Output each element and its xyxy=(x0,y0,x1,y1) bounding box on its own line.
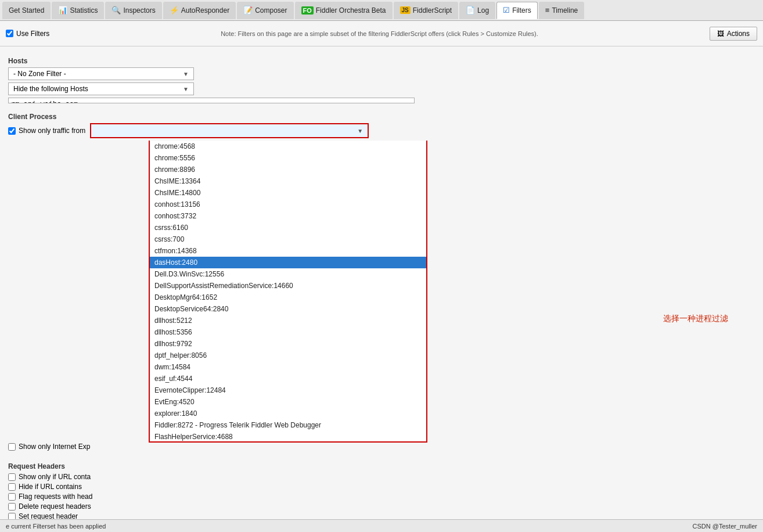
delete-headers-row: Delete request headers xyxy=(8,502,755,511)
actions-button[interactable]: 🖼 Actions xyxy=(710,27,757,41)
list-item[interactable]: EvernoteClipper:12484 xyxy=(150,384,426,396)
tab-filters[interactable]: ☑ Filters xyxy=(496,2,538,19)
client-process-section: Client Process Show only traffic from ▼ … xyxy=(8,108,755,455)
tab-autoresponder[interactable]: ⚡ AutoResponder xyxy=(163,2,236,19)
hosts-section-label: Hosts xyxy=(8,57,755,65)
list-item[interactable]: DesktopMgr64:1652 xyxy=(150,292,426,303)
toolbar: Use Filters Note: Filters on this page a… xyxy=(0,21,763,46)
ie-row: Show only Internet Exp xyxy=(8,443,755,451)
process-arrow-icon: ▼ xyxy=(357,128,363,134)
zone-filter-dropdown[interactable]: - No Zone Filter - ▼ xyxy=(8,67,194,80)
use-filters-text: Use Filters xyxy=(16,30,49,38)
list-item[interactable]: csrss:700 xyxy=(150,233,426,245)
url-contains-label: Show only if URL conta xyxy=(19,473,91,481)
tab-log[interactable]: 📄 Log xyxy=(459,2,495,19)
list-item[interactable]: dllhost:5356 xyxy=(150,326,426,338)
list-item[interactable]: chrome:8896 xyxy=(150,164,426,175)
flag-requests-checkbox[interactable] xyxy=(8,493,16,501)
tab-timeline[interactable]: ≡ Timeline xyxy=(539,2,585,19)
list-item[interactable]: ctfmon:14368 xyxy=(150,245,426,257)
list-item[interactable]: dwm:14584 xyxy=(150,361,426,373)
statistics-label: Statistics xyxy=(70,6,98,15)
list-item[interactable]: chrome:5556 xyxy=(150,152,426,164)
timeline-icon: ≡ xyxy=(545,6,550,15)
list-item[interactable]: EvtEng:4520 xyxy=(150,396,426,408)
statistics-icon: 📊 xyxy=(58,6,67,15)
actions-icon: 🖼 xyxy=(717,30,724,38)
hide-hosts-row: Hide the following Hosts ▼ xyxy=(8,82,755,95)
fiddler-orchestra-label: Fiddler Orchestra Beta xyxy=(316,6,386,15)
hosts-textarea[interactable]: rm.api.weibo.com xyxy=(8,98,415,103)
use-filters-label[interactable]: Use Filters xyxy=(6,30,49,38)
timeline-label: Timeline xyxy=(552,6,578,15)
list-item[interactable]: ChsIME:13364 xyxy=(150,175,426,187)
list-item[interactable]: conhost:13156 xyxy=(150,199,426,210)
log-icon: 📄 xyxy=(466,6,475,15)
process-dropdown[interactable]: ▼ xyxy=(90,123,369,138)
composer-label: Composer xyxy=(255,6,287,15)
url-contains-checkbox[interactable] xyxy=(8,473,16,481)
list-item[interactable]: Fiddler:8272 - Progress Telerik Fiddler … xyxy=(150,419,426,431)
list-item[interactable]: DesktopService64:2840 xyxy=(150,303,426,315)
delete-headers-label: Delete request headers xyxy=(19,502,91,511)
list-item[interactable]: dptf_helper:8056 xyxy=(150,350,426,361)
hide-hosts-arrow-icon: ▼ xyxy=(183,86,189,92)
filters-label: Filters xyxy=(512,6,531,15)
list-item[interactable]: ChsIME:14800 xyxy=(150,187,426,199)
show-traffic-label[interactable]: Show only traffic from xyxy=(8,127,85,135)
tab-fiddler-orchestra[interactable]: FO Fiddler Orchestra Beta xyxy=(295,2,393,19)
hide-url-row: Hide if URL contains xyxy=(8,483,755,491)
filters-check-icon: ☑ xyxy=(503,6,510,15)
list-item[interactable]: explorer:1840 xyxy=(150,408,426,419)
autoresponder-label: AutoResponder xyxy=(181,6,229,15)
hide-hosts-label: Hide the following Hosts xyxy=(13,85,88,93)
delete-headers-checkbox[interactable] xyxy=(8,503,16,511)
list-item[interactable]: conhost:3732 xyxy=(150,210,426,222)
js-icon: JS xyxy=(400,6,411,14)
process-dropdown-list[interactable]: chrome:4568chrome:5556chrome:8896ChsIME:… xyxy=(149,141,427,443)
callout-annotation: 选择一种进程过滤 xyxy=(663,314,728,324)
list-item[interactable]: esif_uf:4544 xyxy=(150,373,426,384)
zone-filter-arrow-icon: ▼ xyxy=(183,71,189,77)
request-headers-label: Request Headers xyxy=(8,462,755,470)
status-left: e current Filterset has been applied xyxy=(6,523,106,530)
list-item[interactable]: dllhost:5212 xyxy=(150,315,426,326)
hide-hosts-dropdown[interactable]: Hide the following Hosts ▼ xyxy=(8,82,194,95)
autoresponder-icon: ⚡ xyxy=(170,6,179,15)
show-traffic-text: Show only traffic from xyxy=(19,127,85,135)
tab-fiddlerscript[interactable]: JS FiddlerScript xyxy=(394,2,459,19)
inspectors-label: Inspectors xyxy=(123,6,155,15)
flag-requests-label: Flag requests with head xyxy=(19,493,92,501)
flag-requests-row: Flag requests with head xyxy=(8,493,755,501)
list-item[interactable]: chrome:4568 xyxy=(150,141,426,152)
toolbar-note: Note: Filters on this page are a simple … xyxy=(56,30,702,37)
composer-icon: 📝 xyxy=(243,6,253,15)
main-content: Hosts - No Zone Filter - ▼ Hide the foll… xyxy=(0,46,763,532)
list-item[interactable]: FlashHelperService:4688 xyxy=(150,431,426,443)
hide-url-label: Hide if URL contains xyxy=(19,483,82,491)
status-bar: e current Filterset has been applied CSD… xyxy=(0,519,763,532)
request-headers-section: Request Headers Show only if URL conta H… xyxy=(8,458,755,522)
ie-checkbox[interactable] xyxy=(8,443,16,451)
log-label: Log xyxy=(477,6,489,15)
list-item[interactable]: dasHost:2480 xyxy=(150,257,426,268)
zone-filter-label: - No Zone Filter - xyxy=(13,70,66,78)
tab-statistics[interactable]: 📊 Statistics xyxy=(52,2,104,19)
list-item[interactable]: dllhost:9792 xyxy=(150,338,426,350)
client-process-row: Show only traffic from ▼ xyxy=(8,123,755,138)
zone-filter-row: - No Zone Filter - ▼ xyxy=(8,67,755,80)
tab-inspectors[interactable]: 🔍 Inspectors xyxy=(105,2,161,19)
tab-bar: Get Started 📊 Statistics 🔍 Inspectors ⚡ … xyxy=(0,0,763,21)
tab-get-started[interactable]: Get Started xyxy=(2,2,51,19)
hide-url-checkbox[interactable] xyxy=(8,483,16,491)
list-item[interactable]: csrss:6160 xyxy=(150,222,426,233)
status-right: CSDN @Tester_muller xyxy=(693,523,757,530)
tab-composer[interactable]: 📝 Composer xyxy=(237,2,293,19)
use-filters-checkbox[interactable] xyxy=(6,30,13,37)
inspectors-icon: 🔍 xyxy=(111,6,121,15)
list-item[interactable]: Dell.D3.WinSvc:12556 xyxy=(150,268,426,280)
list-item[interactable]: DellSupportAssistRemediationService:1466… xyxy=(150,280,426,292)
show-traffic-checkbox[interactable] xyxy=(8,127,16,135)
dropdown-list-container: chrome:4568chrome:5556chrome:8896ChsIME:… xyxy=(8,141,755,443)
get-started-label: Get Started xyxy=(9,6,44,15)
